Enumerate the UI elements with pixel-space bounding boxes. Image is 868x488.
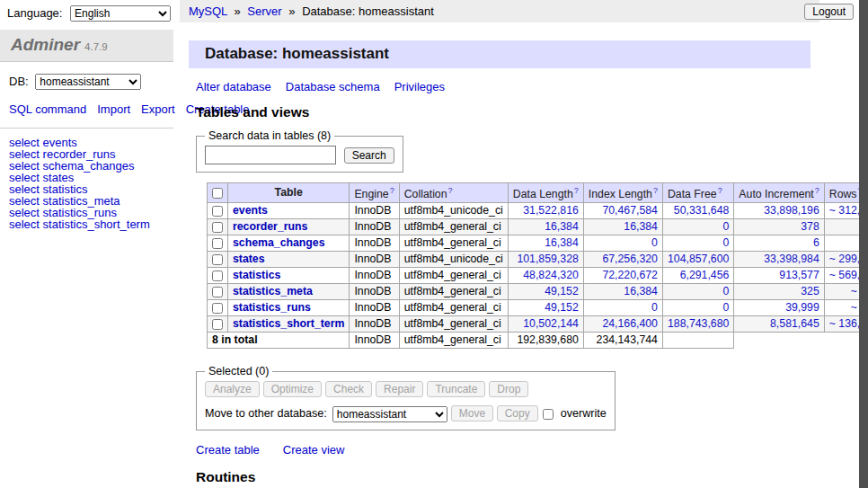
row-checkbox[interactable] (212, 238, 223, 249)
sidebar-action-link[interactable]: SQL command (9, 102, 86, 116)
help-icon[interactable]: ? (815, 186, 819, 195)
overwrite-checkbox[interactable] (543, 409, 554, 420)
copy-button[interactable]: Copy (497, 405, 538, 421)
data-length-cell: 49,152 (508, 284, 583, 300)
move-button[interactable]: Move (451, 405, 493, 421)
search-button[interactable]: Search (344, 147, 394, 164)
row-checkbox[interactable] (212, 206, 223, 217)
select-all-checkbox[interactable] (212, 188, 223, 199)
db-select[interactable]: homeassistant (35, 74, 141, 90)
data-length-cell: 49,152 (508, 300, 583, 316)
help-icon[interactable]: ? (718, 186, 722, 195)
auto-increment-link[interactable]: 378 (801, 220, 819, 233)
sidebar-table-link[interactable]: select states (9, 172, 164, 183)
data-free-link[interactable]: 188,743,680 (668, 317, 729, 330)
index-length-link[interactable]: 0 (651, 301, 658, 314)
sidebar-table-link[interactable]: select schema_changes (9, 160, 164, 172)
row-checkbox-cell (208, 203, 228, 219)
breadcrumb-current: Database: homeassistant (302, 4, 434, 18)
auto-increment-link[interactable]: 8,581,645 (770, 317, 819, 330)
data-length-link[interactable]: 10,502,144 (523, 317, 579, 330)
data-length-link[interactable]: 16,384 (545, 236, 579, 249)
index-length-link[interactable]: 0 (651, 236, 658, 249)
logout-button[interactable]: Logout (804, 4, 854, 20)
breadcrumb-server-link[interactable]: Server (247, 4, 281, 18)
language-select[interactable]: English (70, 5, 171, 22)
engine-cell: InnoDB (350, 268, 399, 284)
index-length-link[interactable]: 16,384 (624, 220, 658, 233)
breadcrumb-mysql-link[interactable]: MySQL (189, 4, 227, 18)
help-icon[interactable]: ? (390, 186, 394, 195)
row-checkbox[interactable] (212, 303, 223, 314)
index-length-link[interactable]: 72,220,672 (602, 269, 658, 281)
index-length-link[interactable]: 70,467,584 (602, 204, 658, 217)
data-free-link[interactable]: 0 (723, 285, 730, 297)
index-length-link[interactable]: 67,256,320 (602, 253, 658, 265)
data-free-link[interactable]: 6,291,456 (680, 269, 730, 281)
help-icon[interactable]: ? (653, 186, 658, 195)
db-nav-link[interactable]: Alter database (196, 80, 271, 93)
row-checkbox[interactable] (212, 254, 223, 265)
table-name-link[interactable]: states (233, 253, 265, 265)
sidebar-table-link[interactable]: select statistics_short_term (9, 218, 164, 230)
data-length-link[interactable]: 49,152 (545, 301, 579, 314)
column-header-label: Table (275, 186, 303, 199)
data-free-link[interactable]: 0 (723, 301, 730, 314)
db-nav-link[interactable]: Privileges (394, 80, 445, 93)
auto-increment-cell: 33,398,984 (734, 252, 824, 268)
table-name-link[interactable]: statistics_runs (233, 301, 311, 314)
row-checkbox[interactable] (212, 271, 223, 281)
repair-button[interactable]: Repair (376, 381, 423, 397)
help-icon[interactable]: ? (574, 186, 579, 195)
auto-increment-link[interactable]: 33,898,196 (764, 204, 819, 217)
search-input[interactable] (205, 146, 336, 164)
index-length-link[interactable]: 24,166,400 (602, 317, 658, 330)
sidebar-action-link[interactable]: Import (97, 102, 130, 116)
data-length-link[interactable]: 101,859,328 (517, 253, 578, 265)
drop-button[interactable]: Drop (489, 381, 528, 397)
data-free-link[interactable]: 104,857,600 (668, 253, 729, 265)
data-length-link[interactable]: 31,522,816 (523, 204, 579, 217)
auto-increment-link[interactable]: 33,398,984 (764, 253, 819, 265)
data-length-link[interactable]: 16,384 (545, 220, 579, 233)
index-length-link[interactable]: 16,384 (624, 285, 658, 297)
move-db-select[interactable]: homeassistant (332, 406, 447, 422)
data-free-link[interactable]: 50,331,648 (674, 204, 730, 217)
table-name-link[interactable]: statistics (233, 269, 280, 281)
optimize-button[interactable]: Optimize (263, 381, 322, 397)
db-nav-link[interactable]: Database schema (286, 80, 380, 93)
auto-increment-link[interactable]: 325 (801, 285, 819, 297)
table-name-link[interactable]: statistics_meta (233, 285, 313, 297)
column-header-table: Table (228, 183, 350, 203)
truncate-button[interactable]: Truncate (427, 381, 485, 397)
row-checkbox[interactable] (212, 319, 223, 330)
data-free-link[interactable]: 0 (723, 220, 730, 233)
sidebar-table-link[interactable]: select statistics_meta (9, 195, 164, 207)
auto-increment-link[interactable]: 6 (813, 236, 819, 249)
data-length-link[interactable]: 48,824,320 (523, 269, 579, 281)
data-length-link[interactable]: 49,152 (545, 285, 579, 297)
check-button[interactable]: Check (325, 381, 372, 397)
sidebar-table-link[interactable]: select events (9, 137, 164, 148)
row-checkbox[interactable] (212, 222, 223, 233)
table-name-link[interactable]: events (233, 204, 268, 217)
table-name-link[interactable]: schema_changes (233, 236, 325, 249)
bottom-link[interactable]: Create table (196, 443, 260, 457)
analyze-button[interactable]: Analyze (205, 381, 260, 397)
scrollbar-thumb[interactable] (859, 0, 868, 488)
auto-increment-link[interactable]: 39,999 (785, 301, 819, 314)
sidebar-table-link[interactable]: select statistics_runs (9, 207, 164, 218)
help-icon[interactable]: ? (448, 186, 453, 195)
sidebar-table-link[interactable]: select statistics (9, 183, 164, 195)
sidebar-table-link[interactable]: select recorder_runs (9, 148, 164, 160)
sidebar-action-link[interactable]: Export (141, 102, 175, 116)
table-row: statesInnoDButf8mb4_unicode_ci101,859,32… (208, 252, 868, 268)
vertical-scrollbar[interactable] (859, 0, 868, 488)
row-checkbox-cell (208, 284, 228, 300)
auto-increment-link[interactable]: 913,577 (779, 269, 819, 281)
data-free-link[interactable]: 0 (723, 236, 730, 249)
table-name-link[interactable]: recorder_runs (233, 220, 307, 233)
table-name-link[interactable]: statistics_short_term (233, 317, 344, 330)
row-checkbox[interactable] (212, 287, 223, 297)
bottom-link[interactable]: Create view (283, 443, 345, 457)
